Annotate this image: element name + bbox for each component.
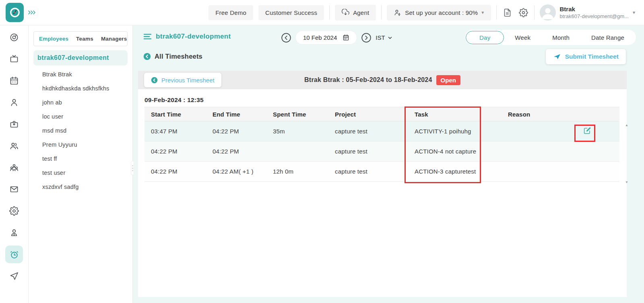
settings-button[interactable]: [518, 7, 529, 18]
briefcase-icon[interactable]: [5, 115, 23, 133]
table-row: 04:22 PM 04:22 AM( +1 ) 12h 0m capture t…: [144, 162, 619, 182]
status-badge[interactable]: Open: [436, 75, 460, 85]
tab-teams[interactable]: Teams: [76, 36, 93, 42]
chevron-down-icon: ▾: [633, 10, 635, 15]
chevrons-right-icon: [28, 10, 36, 15]
mail-icon[interactable]: [5, 180, 23, 198]
timesheet-icon[interactable]: [5, 246, 23, 263]
tab-managers[interactable]: Managers: [101, 36, 127, 42]
previous-timesheet-label: Previous Timesheet: [161, 77, 215, 84]
goals-icon[interactable]: [5, 29, 23, 46]
user-menu[interactable]: Btrak btrak607-development@gm... ▾: [540, 4, 635, 20]
calendar-icon[interactable]: [5, 72, 23, 90]
period-text: Btrak Btrak : 05-Feb-2024 to 18-Feb-2024: [304, 76, 432, 84]
agent-button[interactable]: Agent: [335, 5, 376, 20]
filter-menu-icon[interactable]: [143, 33, 152, 40]
settings-icon[interactable]: [5, 202, 23, 220]
timesheet-table: Start Time End Time Spent Time Project T…: [144, 107, 619, 182]
back-circle-icon: [151, 77, 158, 84]
users-icon[interactable]: [5, 137, 23, 155]
employee-item[interactable]: Prem Uyyuru: [33, 137, 128, 152]
profile-icon[interactable]: [5, 224, 23, 242]
employee-item[interactable]: loc user: [33, 109, 128, 123]
edit-entry-button[interactable]: [583, 126, 592, 135]
cell-project: capture test: [328, 148, 408, 155]
employee-item[interactable]: test ff: [33, 152, 128, 166]
tab-day[interactable]: Day: [466, 31, 504, 44]
panel-tabs: Employees Teams Managers: [33, 31, 128, 46]
col-header-start-time: Start Time: [144, 111, 206, 118]
back-circle-icon: [143, 53, 151, 60]
submit-timesheet-label: Submit Timesheet: [565, 53, 619, 60]
all-timesheets-label: All Timesheets: [155, 53, 202, 60]
avatar: [540, 4, 556, 20]
table-row: 04:22 PM 04:22 PM capture test ACTION-4 …: [144, 141, 619, 162]
chevron-down-icon: [387, 35, 393, 41]
clock-logo-icon: [9, 6, 21, 18]
col-header-project: Project: [328, 111, 408, 118]
cloud-download-icon: [342, 9, 349, 16]
timezone-value: IST: [376, 34, 385, 41]
customer-success-label: Customer Success: [265, 9, 317, 16]
send-filled-icon: [553, 53, 561, 61]
col-header-spent-time: Spent Time: [266, 111, 328, 118]
cell-task: ACTION-4 not capture: [408, 148, 502, 155]
customer-success-button[interactable]: Customer Success: [258, 5, 324, 20]
employee-item[interactable]: test user: [33, 166, 128, 180]
setup-account-label: Set up your account : 90%: [405, 9, 478, 16]
cell-task: ACTION-3 capturetest: [408, 168, 502, 175]
send-icon[interactable]: [5, 267, 23, 285]
date-picker[interactable]: 10 Feb 2024: [295, 31, 357, 45]
submit-timesheet-button[interactable]: Submit Timesheet: [546, 49, 626, 64]
employee-item[interactable]: john ab: [33, 95, 128, 109]
tab-employees[interactable]: Employees: [39, 36, 68, 42]
employee-item[interactable]: hkdhkdhaskda sdkhsfkhs: [33, 81, 128, 95]
cell-start-time: 03:47 PM: [144, 128, 206, 135]
sidebar-expand-button[interactable]: [26, 7, 37, 18]
cell-project: capture test: [328, 128, 408, 135]
all-timesheets-link[interactable]: All Timesheets: [143, 53, 202, 60]
col-header-reason: Reason: [502, 111, 578, 118]
prev-day-button[interactable]: [281, 33, 291, 43]
page-title: btrak607-development: [156, 33, 231, 41]
scroll-down-icon[interactable]: ▼: [625, 181, 628, 184]
team-icon[interactable]: [5, 159, 23, 176]
timesheet-card: Previous Timesheet Btrak Btrak : 05-Feb-…: [138, 71, 627, 297]
icon-rail: [0, 25, 29, 303]
cell-end-time: 04:22 PM: [206, 128, 266, 135]
cell-task: ACTIVITY-1 poihuhg: [408, 128, 502, 135]
table-scrollbar[interactable]: ▲ ▼: [625, 124, 629, 184]
table-header-row: Start Time End Time Spent Time Project T…: [144, 107, 619, 121]
next-day-button[interactable]: [361, 33, 372, 43]
organization-item[interactable]: btrak607-development: [33, 50, 128, 66]
divider: [496, 5, 497, 20]
user-name: Btrak: [560, 6, 629, 12]
tab-date-range[interactable]: Date Range: [580, 31, 635, 44]
setup-account-button[interactable]: Set up your account : 90% ▾: [387, 5, 491, 20]
previous-timesheet-button[interactable]: Previous Timesheet: [144, 73, 221, 87]
panel-resize-handle[interactable]: [131, 161, 134, 175]
cell-end-time: 04:22 PM: [206, 148, 266, 155]
employee-item[interactable]: Btrak Btrak: [33, 67, 128, 81]
timezone-select[interactable]: IST: [376, 34, 392, 41]
employee-item[interactable]: xszdxvf sadfg: [33, 180, 128, 194]
cell-start-time: 04:22 PM: [144, 168, 206, 175]
calendar-icon: [343, 34, 349, 41]
cell-project: capture test: [328, 168, 408, 175]
col-header-end-time: End Time: [206, 111, 266, 118]
app-logo[interactable]: [6, 3, 24, 22]
tab-week[interactable]: Week: [504, 31, 541, 44]
user-icon[interactable]: [5, 94, 23, 111]
document-button[interactable]: [502, 7, 513, 18]
screen-icon[interactable]: [5, 50, 23, 68]
entry-date-heading: 09-Feb-2024 : 12:35: [144, 96, 204, 104]
employee-item[interactable]: msd msd: [33, 123, 128, 137]
period-banner: Previous Timesheet Btrak Btrak : 05-Feb-…: [138, 71, 627, 89]
scroll-up-icon[interactable]: ▲: [625, 124, 628, 127]
tab-month[interactable]: Month: [541, 31, 580, 44]
divider: [329, 5, 330, 20]
cell-spent-time: 35m: [266, 128, 328, 135]
free-demo-button[interactable]: Free Demo: [208, 5, 253, 20]
cell-start-time: 04:22 PM: [144, 148, 206, 155]
timesheet-main: btrak607-development 10 Feb 2024 IST Day…: [133, 25, 644, 303]
